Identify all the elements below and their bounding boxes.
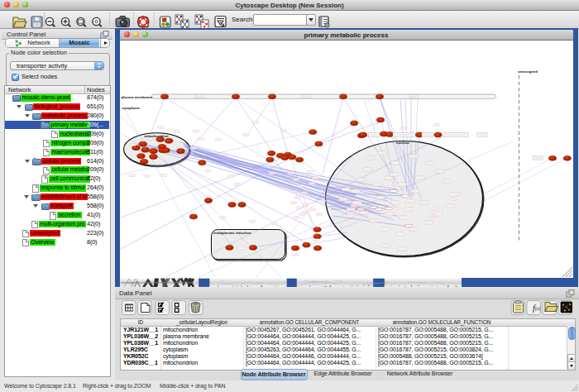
svg-text:plasma membrane: plasma membrane: [121, 94, 152, 98]
svg-text:(x): (x): [535, 306, 540, 312]
svg-text:mitochondrion: mitochondrion: [144, 133, 169, 137]
svg-text:nucleus: nucleus: [396, 140, 409, 144]
svg-text:cytoplasm: cytoplasm: [122, 105, 139, 109]
svg-text:endoplasmic reticulum: endoplasmic reticulum: [213, 230, 251, 234]
svg-text:unassigned: unassigned: [518, 69, 538, 74]
